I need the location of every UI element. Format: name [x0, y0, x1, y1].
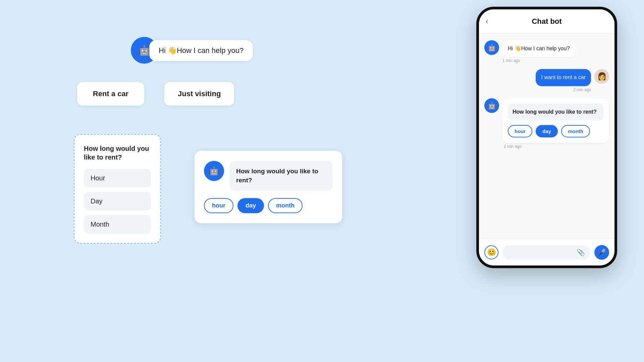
- greeting-text: Hi 👋How I can help you?: [159, 46, 244, 55]
- rent-pills-row: hour day month: [508, 125, 604, 137]
- pill-hour[interactable]: hour: [508, 125, 532, 137]
- preview-pill-month[interactable]: month: [268, 198, 303, 213]
- rent-question-text: How long would you like to rent?: [508, 104, 604, 120]
- choice-row: Rent a car Just visiting: [77, 82, 234, 106]
- user-msg-time: 2 min ago: [536, 87, 591, 92]
- emoji-icon: 😊: [487, 248, 496, 257]
- rent-question-card: How long would you like to rent? hour da…: [502, 98, 609, 143]
- bot-robot-face-med: 🤖: [209, 166, 219, 176]
- preview-pill-hour[interactable]: hour: [204, 198, 233, 213]
- bot-avatar: 🤖: [484, 40, 499, 55]
- bot-greeting-bubble: Hi 👋How I can help you?: [502, 40, 575, 57]
- user-msg-content: I want to rent a car 2 min ago: [536, 69, 591, 92]
- rent-card-time: 2 min ago: [502, 144, 609, 149]
- phone-frame: ‹ Chat bot 🤖 Hi 👋How I can help you? 1 m…: [476, 7, 617, 268]
- mic-button[interactable]: 🎤: [594, 245, 609, 260]
- bot-avatar-2: 🤖: [484, 98, 499, 113]
- pill-month[interactable]: month: [561, 125, 590, 137]
- bot-icon-medium: 🤖: [204, 161, 224, 181]
- rent-options-box: How long would you like to rent? Hour Da…: [74, 134, 161, 244]
- mic-icon: 🎤: [598, 248, 606, 256]
- rent-options-title: How long would you like to rent?: [84, 144, 151, 162]
- chat-preview-header: 🤖 How long would you like to rent?: [204, 161, 333, 191]
- greeting-bubble: Hi 👋How I can help you?: [149, 40, 253, 61]
- phone-header: ‹ Chat bot: [479, 9, 614, 34]
- rent-question-row: 🤖 How long would you like to rent? hour …: [484, 98, 609, 149]
- phone-title: Chat bot: [532, 17, 561, 26]
- user-msg-row: 👩 I want to rent a car 2 min ago: [484, 69, 609, 92]
- rent-option-hour[interactable]: Hour: [84, 169, 151, 187]
- attach-icon[interactable]: 📎: [577, 248, 585, 256]
- rent-option-day[interactable]: Day: [84, 192, 151, 210]
- message-input-area[interactable]: 📎: [502, 245, 590, 259]
- bot-avatar-icon: 🤖: [488, 44, 496, 52]
- choice-just-visiting[interactable]: Just visiting: [164, 82, 234, 106]
- chat-preview-options: hour day month: [204, 198, 333, 213]
- choice-rent-car[interactable]: Rent a car: [77, 82, 144, 106]
- user-msg-bubble: I want to rent a car: [536, 69, 591, 86]
- bot-greeting-time: 1 min ago: [502, 58, 575, 63]
- bot-greeting-content: Hi 👋How I can help you? 1 min ago: [502, 40, 575, 63]
- chat-preview-box: 🤖 How long would you like to rent? hour …: [195, 151, 342, 223]
- bot-avatar-icon-2: 🤖: [488, 102, 496, 110]
- bot-greeting-row: 🤖 Hi 👋How I can help you? 1 min ago: [484, 40, 609, 63]
- rent-question-card-wrapper: How long would you like to rent? hour da…: [502, 98, 609, 149]
- phone-input-bar: 😊 📎 🎤: [479, 239, 614, 265]
- bot-robot-face: 🤖: [139, 45, 150, 56]
- phone-mockup: ‹ Chat bot 🤖 Hi 👋How I can help you? 1 m…: [476, 7, 617, 268]
- user-avatar: 👩: [594, 69, 609, 84]
- emoji-button[interactable]: 😊: [484, 245, 498, 259]
- pill-day[interactable]: day: [536, 125, 558, 137]
- chat-preview-question: How long would you like to rent?: [229, 161, 333, 191]
- phone-messages-area: 🤖 Hi 👋How I can help you? 1 min ago 👩 I …: [479, 34, 614, 239]
- rent-option-month[interactable]: Month: [84, 215, 151, 234]
- back-button[interactable]: ‹: [486, 17, 488, 26]
- preview-pill-day[interactable]: day: [237, 198, 264, 213]
